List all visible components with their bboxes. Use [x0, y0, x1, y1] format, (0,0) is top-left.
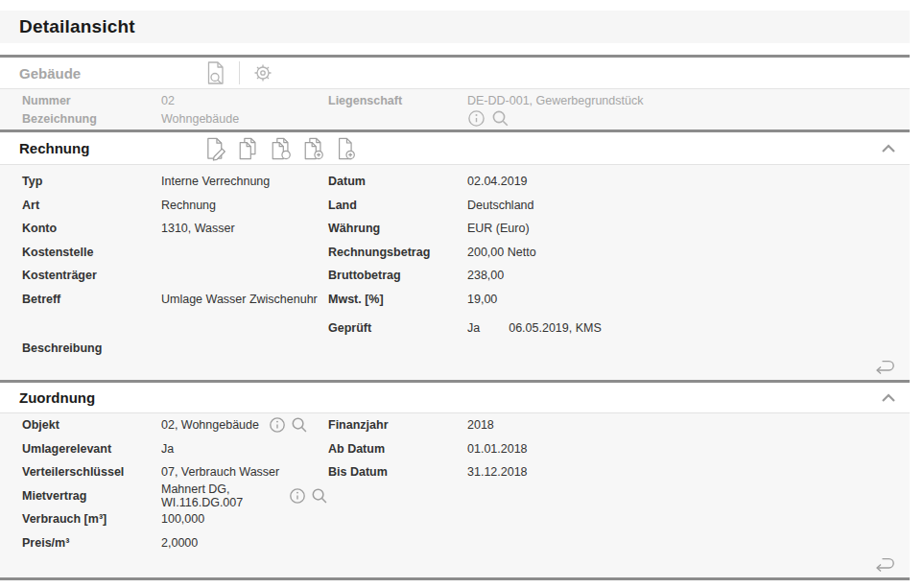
- field-label: Mwst. [%]: [328, 293, 467, 306]
- undo-icon[interactable]: [873, 555, 897, 573]
- field-label: Kostenstelle: [22, 246, 161, 259]
- search-icon[interactable]: [311, 487, 328, 505]
- undo-icon[interactable]: [873, 358, 897, 375]
- page-title: Detailansicht: [19, 16, 135, 37]
- field-value: Ja 06.05.2019, KMS: [467, 321, 602, 335]
- field-label: Bis Datum: [328, 465, 467, 479]
- document-search-icon[interactable]: [204, 60, 227, 85]
- gebaeude-toolbar: [204, 60, 274, 85]
- gear-icon[interactable]: [251, 60, 274, 85]
- field-bis-datum: Bis Datum 31.12.2018: [328, 460, 910, 484]
- field-label: Land: [328, 199, 467, 212]
- field-value: Ja: [161, 442, 174, 456]
- rechnung-toolbar: [204, 136, 358, 161]
- new-document-add-icon[interactable]: [335, 136, 358, 161]
- field-value: Rechnung: [161, 199, 216, 212]
- search-icon[interactable]: [291, 416, 308, 434]
- section-rechnung: Rechnung: [0, 132, 910, 380]
- info-icon[interactable]: [269, 416, 286, 434]
- divider: [0, 577, 910, 580]
- objekt-value: 02, Wohngebäude: [161, 418, 259, 432]
- field-nummer: Nummer 02: [22, 91, 328, 109]
- field-label: Nummer: [22, 94, 161, 107]
- field-value: EUR (Euro): [467, 222, 530, 235]
- field-finanzjahr: Finanzjahr 2018: [328, 413, 910, 437]
- field-preis: Preis/m³ 2,0000: [22, 531, 328, 555]
- field-mwst: Mwst. [%] 19,00: [328, 288, 910, 312]
- field-value: 200,00 Netto: [467, 246, 536, 259]
- field-value: 31.12.2018: [467, 465, 528, 479]
- field-mietvertrag: Mietvertrag Mahnert DG, WI.116.DG.007: [22, 484, 328, 508]
- field-label: Geprüft: [328, 321, 467, 335]
- edit-document-icon[interactable]: [204, 136, 227, 161]
- field-umlagerelevant: Umlagerelevant Ja: [22, 437, 328, 461]
- field-value: 238,00: [467, 269, 504, 282]
- geprueft-date: 06.05.2019, KMS: [509, 321, 602, 335]
- field-value: 2018: [467, 418, 494, 432]
- field-value: Interne Verrechnung: [161, 175, 270, 188]
- section-zuordnung: Zuordnung Objekt 02, Wohngebäude: [0, 383, 910, 577]
- field-value: 19,00: [467, 293, 497, 306]
- zuordnung-body: Objekt 02, Wohngebäude: [0, 413, 910, 577]
- zuordnung-header: Zuordnung: [0, 383, 910, 412]
- gebaeude-header: Gebäude: [0, 58, 910, 88]
- section-title-rechnung: Rechnung: [19, 140, 204, 156]
- field-label: Kostenträger: [22, 269, 161, 282]
- field-rechnungsbetrag: Rechnungsbetrag 200,00 Netto: [328, 241, 910, 265]
- field-verbrauch: Verbrauch [m³] 100,000: [22, 507, 328, 531]
- collapse-zuordnung-icon[interactable]: [881, 392, 896, 403]
- field-value: Deutschland: [467, 199, 534, 212]
- field-label: Datum: [328, 175, 467, 188]
- field-kostentraeger: Kostenträger: [22, 264, 328, 288]
- field-value: Mahnert DG, WI.116.DG.007: [161, 482, 328, 509]
- geprueft-flag: Ja: [467, 321, 480, 335]
- page-title-band: Detailansicht: [0, 11, 910, 43]
- field-liegenschaft: Liegenschaft DE-DD-001, Gewerbegrundstüc…: [328, 91, 910, 109]
- field-geprueft: Geprüft Ja 06.05.2019, KMS: [328, 317, 910, 341]
- field-label: Bezeichnung: [22, 112, 161, 126]
- field-label: Finanzjahr: [328, 418, 467, 432]
- field-label: Art: [22, 199, 161, 212]
- info-icon[interactable]: [467, 109, 486, 128]
- field-value: 2,0000: [161, 536, 198, 550]
- section-gebaeude: Gebäude: [0, 58, 910, 129]
- field-betreff: Betreff Umlage Wasser Zwischenuhr: [22, 288, 328, 312]
- info-icon[interactable]: [289, 487, 306, 505]
- field-value: 1310, Wasser: [161, 222, 235, 235]
- copy-document-circle-icon[interactable]: [270, 136, 293, 161]
- gebaeude-body: Nummer 02 Bezeichnung Wohngebäude Liegen…: [0, 89, 910, 129]
- field-label: Verteilerschlüssel: [22, 465, 161, 479]
- field-waehrung: Währung EUR (Euro): [328, 217, 910, 241]
- field-label: Konto: [22, 222, 161, 235]
- copy-document-icon[interactable]: [237, 136, 260, 161]
- field-verteilerschluessel: Verteilerschlüssel 07, Verbrauch Wasser: [22, 460, 328, 484]
- field-label: Rechnungsbetrag: [328, 246, 467, 259]
- field-datum: Datum 02.04.2019: [328, 170, 910, 194]
- field-value: 100,000: [161, 512, 204, 526]
- field-typ: Typ Interne Verrechnung: [22, 170, 328, 194]
- mietvertrag-value: Mahnert DG, WI.116.DG.007: [161, 482, 279, 509]
- collapse-rechnung-icon[interactable]: [881, 143, 896, 153]
- field-label: Währung: [328, 222, 467, 235]
- field-label: Typ: [22, 175, 161, 188]
- field-value: 02.04.2019: [467, 175, 528, 188]
- field-kostenstelle: Kostenstelle: [22, 241, 328, 265]
- field-art: Art Rechnung: [22, 194, 328, 218]
- field-label: Mietvertrag: [22, 489, 161, 503]
- field-value: DE-DD-001, Gewerbegrundstück: [467, 94, 643, 107]
- section-title-zuordnung: Zuordnung: [19, 389, 204, 406]
- field-value: Wohngebäude: [161, 112, 239, 126]
- field-label: Liegenschaft: [328, 94, 467, 107]
- toolbar-divider: [239, 61, 240, 84]
- field-ab-datum: Ab Datum 01.01.2018: [328, 437, 910, 461]
- field-value: 02, Wohngebäude: [161, 416, 308, 434]
- search-icon[interactable]: [491, 109, 509, 128]
- field-value: Umlage Wasser Zwischenuhr: [161, 293, 318, 306]
- field-value: 07, Verbrauch Wasser: [161, 465, 279, 479]
- field-objekt: Objekt 02, Wohngebäude: [22, 413, 328, 437]
- copy-document-add-icon[interactable]: [302, 136, 325, 161]
- rechnung-body: Typ Interne Verrechnung Art Rechnung Kon…: [0, 165, 910, 380]
- field-label: Preis/m³: [22, 536, 161, 550]
- field-label: Umlagerelevant: [22, 442, 161, 456]
- detail-view-page: Detailansicht Gebäude: [0, 0, 924, 588]
